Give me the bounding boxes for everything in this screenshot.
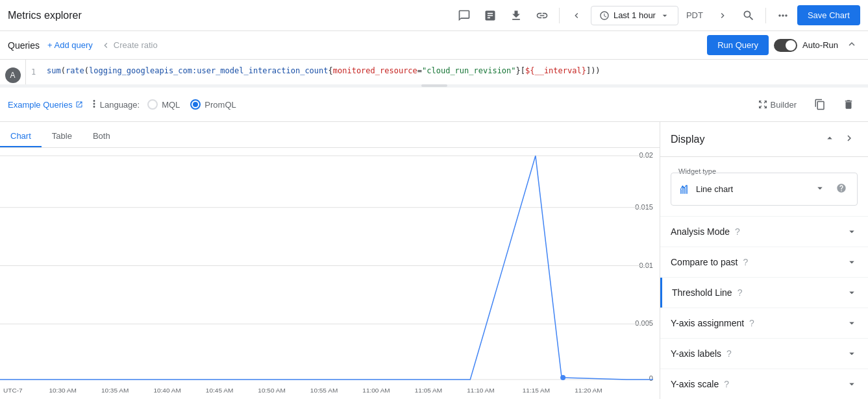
copy-button[interactable] xyxy=(808,93,832,116)
time-range-label: Last 1 hour xyxy=(614,10,656,20)
display-title: Display xyxy=(671,134,704,145)
query-more-button[interactable] xyxy=(88,98,100,112)
svg-text:0.02: 0.02 xyxy=(639,151,653,159)
widget-type-value: Line chart xyxy=(696,184,733,194)
svg-text:0.01: 0.01 xyxy=(639,261,653,269)
y-axis-scale-help-icon[interactable]: ? xyxy=(724,379,729,389)
header-actions: Last 1 hour PDT Save Chart xyxy=(453,4,860,27)
query-label: A xyxy=(0,60,26,84)
threshold-line-help-icon[interactable]: ? xyxy=(738,287,743,298)
threshold-line-row: Threshold Line ? xyxy=(660,278,868,308)
download-icon-btn[interactable] xyxy=(504,4,528,27)
widget-type-section: Widget type Line chart xyxy=(660,157,868,217)
queries-bar: Queries + Add query Create ratio Run Que… xyxy=(0,31,868,60)
widget-type-chevron[interactable] xyxy=(812,180,828,199)
more-options-icon-btn[interactable] xyxy=(771,4,795,27)
promql-radio-dot xyxy=(193,102,198,107)
create-ratio-button[interactable]: Create ratio xyxy=(101,40,158,51)
y-axis-labels-section[interactable]: Y-axis labels ? xyxy=(660,339,868,369)
prev-time-btn[interactable] xyxy=(565,4,588,27)
mql-radio[interactable]: MQL xyxy=(147,99,180,110)
display-header-actions xyxy=(821,130,858,149)
tab-both[interactable]: Both xyxy=(82,126,121,147)
svg-point-10 xyxy=(560,375,565,380)
auto-run-toggle: Auto-Run xyxy=(774,39,838,52)
svg-text:10:35 AM: 10:35 AM xyxy=(101,387,129,394)
threshold-line-label: Threshold Line xyxy=(672,287,732,298)
compare-to-past-help-icon[interactable]: ? xyxy=(743,257,749,267)
queries-label: Queries xyxy=(8,40,40,51)
widget-type-dropdown[interactable]: Line chart xyxy=(671,173,858,206)
query-line-number: 1 xyxy=(26,60,42,84)
promql-radio[interactable]: PromQL xyxy=(190,99,236,110)
svg-text:11:15 AM: 11:15 AM xyxy=(523,387,550,394)
main-content: Chart Table Both 0.02 0.015 0.01 0.005 0 xyxy=(0,122,868,399)
svg-text:10:30 AM: 10:30 AM xyxy=(49,387,76,394)
feedback-icon-btn[interactable] xyxy=(453,4,476,27)
svg-text:11:05 AM: 11:05 AM xyxy=(415,387,442,394)
collapse-queries-button[interactable] xyxy=(843,36,860,54)
svg-text:10:55 AM: 10:55 AM xyxy=(310,387,338,394)
time-range-btn[interactable]: Last 1 hour xyxy=(591,6,678,25)
y-axis-assignment-help-icon[interactable]: ? xyxy=(749,318,754,328)
chart-svg: 0.02 0.015 0.01 0.005 0 UTC-7 10:30 AM 1… xyxy=(0,148,660,399)
language-radio-group: MQL PromQL xyxy=(147,99,236,110)
timezone-label: PDT xyxy=(681,10,708,20)
delete-button[interactable] xyxy=(837,93,860,116)
analysis-mode-label: Analysis Mode xyxy=(671,226,730,237)
display-collapse-up-button[interactable] xyxy=(821,130,838,149)
svg-text:10:40 AM: 10:40 AM xyxy=(153,387,180,394)
analysis-mode-section[interactable]: Analysis Mode ? xyxy=(660,217,868,247)
app-title: Metrics explorer xyxy=(8,10,82,21)
chart-visualization: 0.02 0.015 0.01 0.005 0 UTC-7 10:30 AM 1… xyxy=(0,148,660,399)
next-time-btn[interactable] xyxy=(711,4,734,27)
y-axis-labels-help-icon[interactable]: ? xyxy=(726,348,732,359)
svg-text:0.015: 0.015 xyxy=(635,203,653,211)
compare-to-past-label: Compare to past xyxy=(671,257,738,267)
chart-tabs: Chart Table Both xyxy=(0,122,660,148)
add-chart-icon-btn[interactable] xyxy=(478,4,502,27)
example-queries-link[interactable]: Example Queries xyxy=(8,100,83,110)
promql-radio-circle xyxy=(190,99,201,110)
threshold-line-section[interactable]: Threshold Line ? xyxy=(662,278,868,308)
y-axis-labels-label: Y-axis labels xyxy=(671,348,721,359)
save-chart-button[interactable]: Save Chart xyxy=(797,5,860,25)
display-expand-button[interactable] xyxy=(841,130,858,149)
y-axis-scale-chevron xyxy=(846,378,858,390)
y-axis-assignment-label: Y-axis assignment xyxy=(671,318,744,328)
y-axis-assignment-chevron xyxy=(846,317,858,329)
query-code-area[interactable]: sum(rate(logging_googleapis_com:user_mod… xyxy=(42,60,868,84)
add-query-button[interactable]: + Add query xyxy=(47,40,93,50)
svg-text:11:00 AM: 11:00 AM xyxy=(362,387,390,394)
header: Metrics explorer Last 1 hour PDT xyxy=(0,0,868,31)
analysis-mode-chevron xyxy=(846,226,858,237)
query-editor: A 1 sum(rate(logging_googleapis_com:user… xyxy=(0,60,868,122)
y-axis-assignment-section[interactable]: Y-axis assignment ? xyxy=(660,308,868,339)
svg-text:0: 0 xyxy=(649,374,653,382)
auto-run-switch[interactable] xyxy=(774,39,797,52)
search-icon-btn[interactable] xyxy=(737,4,760,27)
display-panel: Display Widget type Line chart xyxy=(660,122,868,399)
threshold-line-chevron xyxy=(846,287,858,298)
y-axis-scale-section[interactable]: Y-axis scale ? xyxy=(660,369,868,399)
y-axis-labels-chevron xyxy=(846,348,858,359)
widget-type-help[interactable] xyxy=(834,180,849,198)
compare-to-past-section[interactable]: Compare to past ? xyxy=(660,247,868,278)
query-letter: A xyxy=(5,67,21,83)
widget-type-inner: Line chart xyxy=(679,184,806,195)
svg-text:0.005: 0.005 xyxy=(635,319,653,327)
link-icon-btn[interactable] xyxy=(530,4,554,27)
toggle-knob xyxy=(786,40,796,51)
builder-button[interactable]: Builder xyxy=(751,93,803,116)
compare-to-past-chevron xyxy=(846,256,858,268)
svg-text:11:20 AM: 11:20 AM xyxy=(575,387,602,394)
display-header: Display xyxy=(660,122,868,157)
run-query-button[interactable]: Run Query xyxy=(707,35,769,55)
tab-chart[interactable]: Chart xyxy=(0,126,42,147)
query-code: sum(rate(logging_googleapis_com:user_mod… xyxy=(47,66,601,75)
language-selector: Language: MQL PromQL xyxy=(100,99,236,110)
tab-table[interactable]: Table xyxy=(42,126,82,147)
svg-text:10:45 AM: 10:45 AM xyxy=(206,387,233,394)
analysis-mode-help-icon[interactable]: ? xyxy=(735,226,740,237)
mql-radio-circle xyxy=(147,99,158,110)
